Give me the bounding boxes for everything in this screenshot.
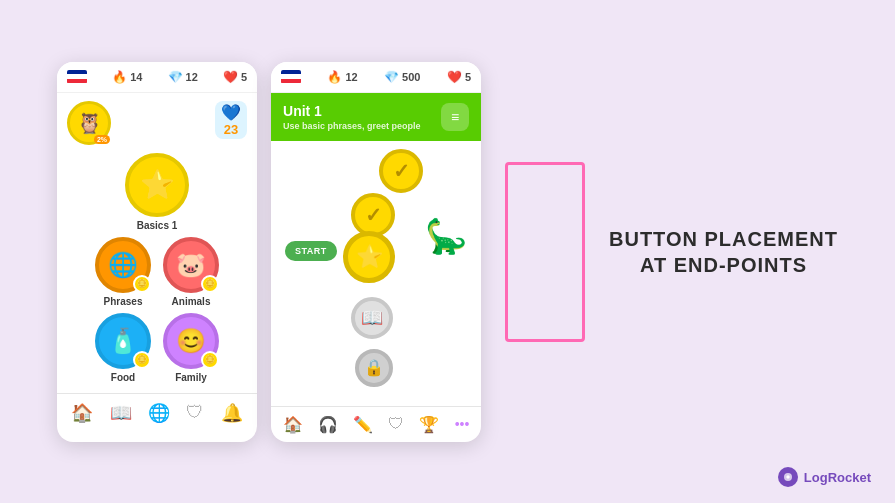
- right-heart-icon: ❤️: [447, 70, 462, 84]
- gem-count: 12: [186, 71, 198, 83]
- gem-icon: 💎: [168, 70, 183, 84]
- unit-subtitle: Use basic phrases, greet people: [283, 121, 421, 131]
- start-button[interactable]: START: [285, 241, 337, 261]
- right-heart-count: 5: [465, 71, 471, 83]
- right-fire-icon: 🔥: [327, 70, 342, 84]
- placement-text-line2: AT END-POINTS: [640, 254, 807, 276]
- right-heart-stat: ❤️ 5: [447, 70, 471, 84]
- animals-lesson[interactable]: 🐷 🪙 Animals: [163, 237, 219, 307]
- streak-badge: 💙 23: [215, 101, 247, 139]
- family-circle[interactable]: 😊 🪙: [163, 313, 219, 369]
- rnav-shield-icon[interactable]: 🛡: [388, 415, 404, 433]
- placement-text-line1: BUTTON PLACEMENT: [609, 228, 838, 250]
- book-node[interactable]: 📖: [351, 297, 393, 339]
- unit-banner: Unit 1 Use basic phrases, greet people ≡: [271, 93, 481, 141]
- path-area: ✓ ✓ START ⭐ 🦕 📖: [271, 141, 481, 406]
- right-top-bar: 🔥 12 💎 500 ❤️ 5: [271, 62, 481, 93]
- fire-stat: 🔥 14: [112, 70, 142, 84]
- lessons-row-1: 🌐 🪙 Phrases 🐷 🪙 Animals: [95, 237, 219, 307]
- nav-globe-icon[interactable]: 🌐: [148, 402, 170, 424]
- node-3[interactable]: ⭐: [343, 231, 395, 283]
- rnav-more-icon[interactable]: •••: [455, 416, 470, 432]
- phrases-lesson[interactable]: 🌐 🪙 Phrases: [95, 237, 151, 307]
- right-gem-count: 500: [402, 71, 420, 83]
- animals-label: Animals: [172, 296, 211, 307]
- logrocket-text: LogRocket: [804, 470, 871, 485]
- nav-home-icon[interactable]: 🏠: [71, 402, 93, 424]
- unit-menu-icon: ≡: [451, 109, 459, 125]
- food-circle[interactable]: 🧴 🪙: [95, 313, 151, 369]
- right-bottom-nav: 🏠 🎧 ✏️ 🛡 🏆 •••: [271, 406, 481, 442]
- avatar[interactable]: 🦉 2%: [67, 101, 111, 145]
- streak-count: 23: [224, 122, 238, 137]
- rnav-home-icon[interactable]: 🏠: [283, 415, 303, 434]
- right-phone: 🔥 12 💎 500 ❤️ 5 Unit 1 Use basic phrases…: [271, 62, 481, 442]
- node-1[interactable]: ✓: [379, 149, 423, 193]
- right-gem-stat: 💎 500: [384, 70, 420, 84]
- nav-book-icon[interactable]: 📖: [110, 402, 132, 424]
- left-phone: 🔥 14 💎 12 ❤️ 5 🦉 2% 💙: [57, 62, 257, 442]
- animals-coin: 🪙: [201, 275, 219, 293]
- food-lesson[interactable]: 🧴 🪙 Food: [95, 313, 151, 383]
- phrases-coin: 🪙: [133, 275, 151, 293]
- pink-border-decoration: [505, 162, 585, 342]
- left-top-bar: 🔥 14 💎 12 ❤️ 5: [57, 62, 257, 93]
- right-panel: BUTTON PLACEMENT AT END-POINTS: [609, 226, 838, 278]
- left-bottom-nav: 🏠 📖 🌐 🛡 🔔: [57, 393, 257, 432]
- rnav-trophy-icon[interactable]: 🏆: [419, 415, 439, 434]
- right-fire-count: 12: [345, 71, 357, 83]
- right-flag: [281, 70, 301, 84]
- heart-stat: ❤️ 5: [223, 70, 247, 84]
- fire-icon: 🔥: [112, 70, 127, 84]
- french-flag: [67, 70, 87, 84]
- right-fire-stat: 🔥 12: [327, 70, 357, 84]
- basics-lesson[interactable]: ⭐ Basics 1: [125, 153, 189, 231]
- lock-node: 🔒: [355, 349, 393, 387]
- xp-badge: 2%: [94, 135, 110, 144]
- mascot: 🦕: [425, 216, 467, 256]
- animals-circle[interactable]: 🐷 🪙: [163, 237, 219, 293]
- lessons-grid: ⭐ Basics 1 🌐 🪙 Phrases: [57, 149, 257, 387]
- unit-menu-button[interactable]: ≡: [441, 103, 469, 131]
- nav-bell-icon[interactable]: 🔔: [221, 402, 243, 424]
- unit-title: Unit 1: [283, 103, 421, 119]
- nav-shield-icon[interactable]: 🛡: [186, 402, 204, 423]
- heart-count: 5: [241, 71, 247, 83]
- family-lesson[interactable]: 😊 🪙 Family: [163, 313, 219, 383]
- phrases-label: Phrases: [104, 296, 143, 307]
- lessons-row-2: 🧴 🪙 Food 😊 🪙 Family: [95, 313, 219, 383]
- family-coin: 🪙: [201, 351, 219, 369]
- avatar-section: 🦉 2% 💙 23: [57, 93, 257, 149]
- node-5: 🔒: [355, 349, 393, 387]
- rnav-pen-icon[interactable]: ✏️: [353, 415, 373, 434]
- check-node-1[interactable]: ✓: [379, 149, 423, 193]
- basics-label: Basics 1: [137, 220, 178, 231]
- phrases-circle[interactable]: 🌐 🪙: [95, 237, 151, 293]
- placement-text: BUTTON PLACEMENT AT END-POINTS: [609, 226, 838, 278]
- streak-icon: 💙: [221, 103, 241, 122]
- family-label: Family: [175, 372, 207, 383]
- star-node[interactable]: ⭐: [343, 231, 395, 283]
- food-coin: 🪙: [133, 351, 151, 369]
- fire-count: 14: [130, 71, 142, 83]
- logrocket-logo: LogRocket: [778, 467, 871, 487]
- node-4[interactable]: 📖: [351, 297, 393, 339]
- logrocket-icon: [778, 467, 798, 487]
- right-gem-icon: 💎: [384, 70, 399, 84]
- basics-circle[interactable]: ⭐: [125, 153, 189, 217]
- food-label: Food: [111, 372, 135, 383]
- unit-info: Unit 1 Use basic phrases, greet people: [283, 103, 421, 131]
- heart-icon: ❤️: [223, 70, 238, 84]
- rnav-headphone-icon[interactable]: 🎧: [318, 415, 338, 434]
- gem-stat: 💎 12: [168, 70, 198, 84]
